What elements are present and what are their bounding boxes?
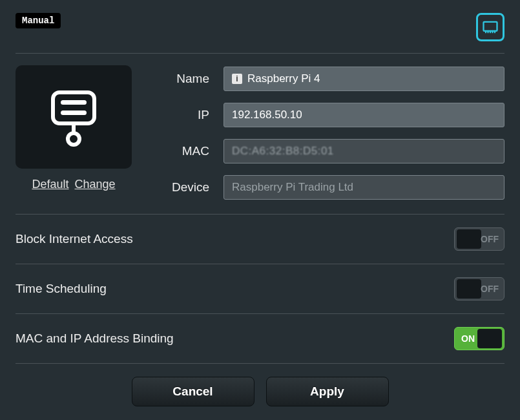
device-value: Raspberry Pi Trading Ltd [232, 181, 353, 194]
mac-ip-binding-row: MAC and IP Address Binding ON [16, 314, 504, 363]
svg-rect-1 [53, 92, 94, 123]
svg-rect-0 [484, 22, 497, 31]
device-settings-panel: Manual Default Change [0, 0, 520, 420]
device-label: Device [147, 180, 209, 194]
toggle-state: OFF [481, 234, 499, 244]
toggle-knob [457, 279, 481, 299]
toggle-state: ON [461, 333, 475, 344]
device-visual: Default Change [16, 65, 132, 200]
name-label: Name [147, 72, 209, 86]
action-buttons: Cancel Apply [16, 364, 504, 412]
mac-value: DC:A6:32:B8:D5:01 [232, 145, 334, 158]
ip-value: 192.168.50.10 [232, 109, 302, 121]
block-internet-label: Block Internet Access [16, 232, 133, 246]
svg-rect-2 [61, 100, 87, 105]
name-row: Name i Raspberry Pi 4 [147, 67, 504, 91]
device-type-icon [16, 65, 132, 169]
device-type-row: Device Raspberry Pi Trading Ltd [147, 175, 504, 200]
network-port-icon[interactable] [476, 13, 504, 41]
ip-field[interactable]: 192.168.50.10 [224, 103, 504, 127]
topbar: Manual [16, 13, 504, 41]
toggle-knob [477, 329, 502, 348]
mac-ip-binding-label: MAC and IP Address Binding [16, 331, 174, 346]
device-icon-actions: Default Change [16, 178, 132, 191]
change-link[interactable]: Change [75, 178, 116, 191]
device-form: Name i Raspberry Pi 4 IP 192.168.50.10 M… [147, 65, 504, 200]
toggle-knob [457, 229, 481, 249]
svg-point-5 [68, 133, 79, 145]
info-icon: i [232, 74, 242, 84]
manual-badge: Manual [16, 13, 61, 28]
mac-field: DC:A6:32:B8:D5:01 [224, 139, 504, 163]
time-scheduling-toggle[interactable]: OFF [454, 277, 504, 300]
ip-label: IP [147, 108, 209, 122]
device-info-block: Default Change Name i Raspberry Pi 4 IP … [16, 54, 504, 214]
mac-label: MAC [147, 144, 209, 158]
toggle-state: OFF [481, 284, 499, 294]
name-value: Raspberry Pi 4 [247, 72, 320, 85]
time-scheduling-row: Time Scheduling OFF [16, 264, 504, 313]
block-internet-row: Block Internet Access OFF [16, 215, 504, 264]
apply-button[interactable]: Apply [266, 377, 389, 406]
mac-row: MAC DC:A6:32:B8:D5:01 [147, 139, 504, 163]
block-internet-toggle[interactable]: OFF [454, 227, 504, 251]
default-link[interactable]: Default [32, 178, 68, 191]
device-field: Raspberry Pi Trading Ltd [224, 175, 504, 200]
svg-rect-3 [61, 110, 87, 115]
cancel-button[interactable]: Cancel [132, 377, 255, 406]
mac-ip-binding-toggle[interactable]: ON [454, 327, 504, 350]
time-scheduling-label: Time Scheduling [16, 282, 107, 296]
name-field[interactable]: i Raspberry Pi 4 [224, 67, 504, 91]
ip-row: IP 192.168.50.10 [147, 103, 504, 127]
